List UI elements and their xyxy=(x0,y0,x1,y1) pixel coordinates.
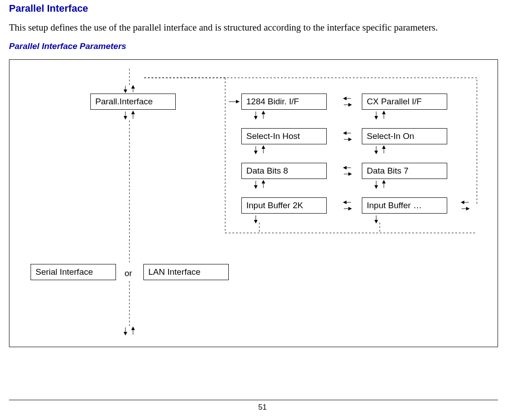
box-data-bits-8: Data Bits 8 xyxy=(241,163,327,179)
box-parall-interface: Parall.Interface xyxy=(90,94,176,110)
section-subtitle: Parallel Interface Parameters xyxy=(9,41,498,51)
box-data-bits-7: Data Bits 7 xyxy=(362,163,447,179)
box-input-buffer-2k: Input Buffer 2K xyxy=(241,197,327,214)
page-title: Parallel Interface xyxy=(9,3,498,14)
box-input-buffer-more: Input Buffer … xyxy=(362,197,447,214)
page-divider xyxy=(9,400,498,400)
box-cx-parallel: CX Parallel I/F xyxy=(362,94,447,110)
body-text: This setup defines the use of the parall… xyxy=(9,21,498,34)
label-or: or xyxy=(123,268,134,279)
diagram-container: Parall.Interface 1284 Bidir. I/F CX Para… xyxy=(9,59,498,347)
box-1284-bidir: 1284 Bidir. I/F xyxy=(241,94,327,110)
box-lan-interface: LAN Interface xyxy=(143,264,229,280)
box-select-in-on: Select-In On xyxy=(362,128,447,144)
page-number: 51 xyxy=(9,403,507,412)
box-serial-interface: Serial Interface xyxy=(31,264,116,280)
box-select-in-host: Select-In Host xyxy=(241,128,327,144)
